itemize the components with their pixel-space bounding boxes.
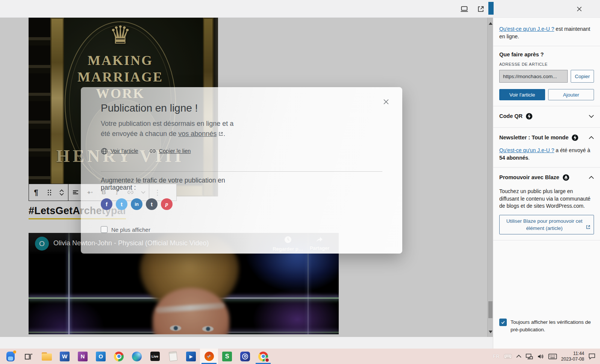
taskbar-backpack-app-icon[interactable] <box>2 349 20 364</box>
add-new-button[interactable]: Ajouter <box>548 89 594 100</box>
taskbar-word-icon[interactable]: W <box>56 349 74 364</box>
jetpack-icon <box>526 113 533 120</box>
paragraph-block-icon[interactable]: ¶ <box>29 184 43 201</box>
newsletter-notice: Qu'est-ce qu'un J.e-U ? a été envoyé à 5… <box>499 147 594 162</box>
scroll-up-arrow[interactable] <box>489 22 492 25</box>
editor-top-bar <box>0 0 600 18</box>
external-link-icon <box>586 225 591 230</box>
taskbar-notepad-icon[interactable] <box>164 349 182 364</box>
prepublish-checkbox-checked[interactable] <box>499 319 507 326</box>
copy-link-link[interactable]: Copier le lien <box>149 147 191 155</box>
view-article-button[interactable]: Voir l'article <box>499 89 545 100</box>
jetpack-icon <box>571 134 579 141</box>
post-publish-sidebar: Qu'est-ce qu'un J.e-U ? est maintenant e… <box>493 0 600 349</box>
volume-icon[interactable] <box>537 353 544 359</box>
scrollbar-thumb[interactable] <box>488 301 492 318</box>
taskbar-file-explorer-icon[interactable] <box>38 349 56 364</box>
channel-avatar[interactable]: O <box>35 237 49 251</box>
taskbar-edge-icon[interactable] <box>128 349 146 364</box>
dont-show-label: Ne plus afficher <box>111 227 150 233</box>
blaze-panel-toggle[interactable]: Promouvoir avec Blaze <box>499 172 594 183</box>
tumblr-icon[interactable]: t <box>146 198 158 210</box>
video-purple-glow <box>237 278 339 334</box>
taskbar-live-icon[interactable]: Live <box>146 349 164 364</box>
profile-badge <box>265 358 270 362</box>
newsletter-panel-toggle[interactable]: Newsletter : Tout le monde <box>499 132 594 143</box>
link-icon <box>149 147 156 155</box>
date: 2023-07-08 <box>561 356 584 362</box>
chevron-down-icon <box>589 115 594 118</box>
what-next-title: Que faire après ? <box>499 51 594 57</box>
taskbar-task-view-icon[interactable] <box>20 349 38 364</box>
online-notice: Qu'est-ce qu'un J.e-U ? est maintenant e… <box>499 26 594 40</box>
clock[interactable]: 11:44 2023-07-08 <box>561 351 584 362</box>
blaze-description: Touchez un public plus large en diffusan… <box>499 188 594 210</box>
blaze-flame-icon <box>562 174 570 181</box>
external-link-icon <box>218 131 223 136</box>
facebook-icon[interactable]: f <box>101 198 112 210</box>
singer-eye <box>170 325 181 331</box>
touch-keyboard-icon[interactable] <box>548 353 557 359</box>
modal-actions: Voir l'article Copier le lien <box>101 147 191 155</box>
pinterest-icon[interactable]: p <box>161 198 173 210</box>
divider <box>493 240 600 240</box>
keyboard-layout-icon[interactable] <box>504 353 512 359</box>
publish-success-modal: Publication en ligne ! Votre publication… <box>81 87 402 254</box>
modal-divider <box>101 171 382 172</box>
social-share-row: f t in t p <box>101 198 173 210</box>
taskbar-onenote-icon[interactable]: N <box>74 349 92 364</box>
wordpress-editor-screen: ♛ MAKING MARRIAGE WORK HENRY VIII ¶ <box>0 0 600 364</box>
video-purple-glow-left <box>29 285 119 334</box>
divider <box>493 127 600 128</box>
divider <box>493 167 600 168</box>
open-external-icon[interactable] <box>476 4 486 14</box>
modal-title: Publication en ligne ! <box>101 102 198 114</box>
divider <box>493 46 600 46</box>
dont-show-checkbox[interactable] <box>101 226 108 233</box>
chevron-up-icon <box>589 176 594 179</box>
network-icon[interactable] <box>526 353 533 359</box>
notification-dot <box>13 350 16 353</box>
close-panel-icon[interactable] <box>574 4 584 14</box>
twitter-icon[interactable]: t <box>116 198 127 210</box>
taskbar-movies-tv-icon[interactable]: ▶ <box>182 349 200 364</box>
post-title-link[interactable]: Qu'est-ce qu'un J.e-U ? <box>499 147 554 153</box>
share-prompt: Augmentez le trafic de votre publication… <box>101 177 233 191</box>
taskbar-outlook-icon[interactable]: O <box>92 349 110 364</box>
prepublish-checks-row: Toujours afficher les vérifications de p… <box>499 319 598 334</box>
taskbar-snipping-tool-icon[interactable]: ✂ <box>200 349 218 364</box>
subscribers-link[interactable]: vos abonnés <box>178 130 217 137</box>
article-url-input[interactable] <box>499 70 568 83</box>
linkedin-icon[interactable]: in <box>131 198 142 210</box>
taskbar-green-s-app-icon[interactable]: S <box>218 349 236 364</box>
modal-body-text: Votre publication est désormais en ligne… <box>101 119 241 139</box>
dont-show-again-row: Ne plus afficher <box>101 226 150 233</box>
chevron-up-icon <box>589 136 594 139</box>
move-up-down-icon[interactable] <box>55 184 68 201</box>
taskbar-blue-circles-app-icon[interactable] <box>236 349 254 364</box>
globe-icon <box>101 148 108 155</box>
language-indicator[interactable]: FR <box>493 353 499 359</box>
divider <box>493 106 600 106</box>
address-label: ADRESSE DE ARTICLE <box>499 62 594 66</box>
taskbar-chrome-profile-icon[interactable] <box>254 349 272 364</box>
system-tray: FR 11:44 2023-07-08 <box>493 351 600 362</box>
post-title-link[interactable]: Qu'est-ce qu'un J.e-U ? <box>499 26 554 32</box>
taskbar-chrome-icon[interactable] <box>110 349 128 364</box>
prepublish-label: Toujours afficher les vérifications de p… <box>511 319 598 334</box>
device-preview-icon[interactable] <box>459 4 469 14</box>
taskbar-apps: W N O Live ▶ ✂ S <box>0 349 272 364</box>
action-center-icon[interactable] <box>588 353 595 359</box>
blaze-promote-button[interactable]: Utiliser Blaze pour promouvoir cet éléme… <box>499 215 594 234</box>
scroll-down-arrow[interactable] <box>489 331 492 333</box>
drag-handle-icon[interactable] <box>43 184 55 201</box>
canvas-scrollbar[interactable] <box>487 18 493 337</box>
window-bottom-strip <box>0 337 493 349</box>
focus-indicator-bar <box>488 2 494 15</box>
qr-code-panel-toggle[interactable]: Code QR <box>499 110 594 122</box>
view-article-link[interactable]: Voir l'article <box>101 147 138 155</box>
modal-close-icon[interactable] <box>381 97 391 107</box>
time: 11:44 <box>561 351 584 356</box>
copy-url-button[interactable]: Copier <box>571 70 594 83</box>
tray-chevron-up-icon[interactable] <box>516 355 521 358</box>
